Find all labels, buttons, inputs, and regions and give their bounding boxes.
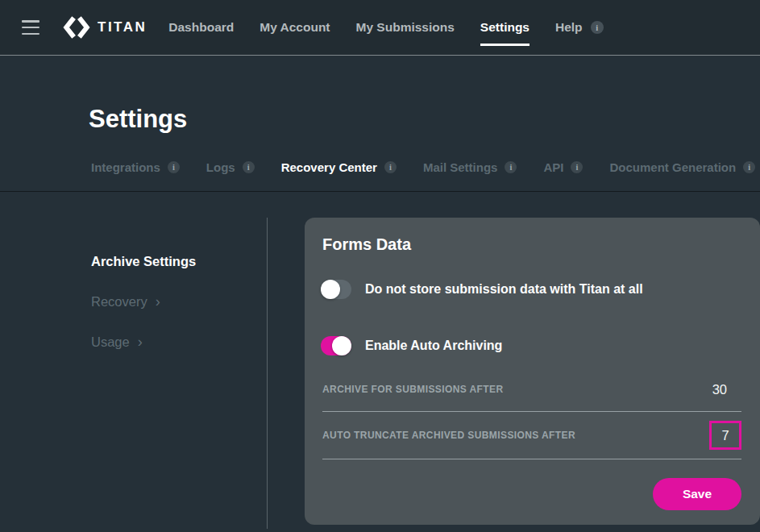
tab-mail-settings[interactable]: Mail Settings i (423, 160, 517, 174)
archive-after-value[interactable]: 30 (712, 382, 741, 397)
panel-title: Forms Data (322, 235, 411, 254)
chevron-right-icon: › (156, 295, 160, 308)
auto-archiving-toggle-label: Enable Auto Archiving (365, 339, 502, 353)
sidebar-item-recovery[interactable]: Recovery › (91, 293, 196, 310)
tab-integrations[interactable]: Integrations i (91, 160, 180, 174)
auto-truncate-label: AUTO TRUNCATE ARCHIVED SUBMISSIONS AFTER (322, 430, 575, 441)
info-icon[interactable]: i (505, 161, 517, 173)
info-icon[interactable]: i (168, 161, 180, 173)
brand-name: TITAN (98, 19, 147, 35)
sidebar-usage-label: Usage (91, 335, 130, 350)
sidebar-divider (267, 218, 268, 529)
nav-help[interactable]: Help i (555, 20, 604, 35)
brand-logo[interactable]: TITAN (63, 15, 147, 39)
nav-my-submissions[interactable]: My Submissions (356, 20, 455, 35)
info-icon[interactable]: i (571, 161, 583, 173)
no-store-toggle[interactable] (321, 280, 351, 299)
archive-after-label: ARCHIVE FOR SUBMISSIONS AFTER (322, 384, 504, 395)
no-store-toggle-label: Do not store submission data with Titan … (365, 282, 643, 297)
toggle-knob (321, 280, 340, 299)
header-divider (0, 191, 760, 192)
nav-help-label: Help (555, 20, 583, 35)
settings-tabs: Integrations i Logs i Recovery Center i … (91, 160, 760, 174)
toggle-knob (332, 336, 351, 355)
top-nav: TITAN Dashboard My Account My Submission… (0, 0, 760, 56)
tab-mail-settings-label: Mail Settings (423, 160, 498, 174)
nav-my-account[interactable]: My Account (260, 20, 330, 35)
tab-logs[interactable]: Logs i (206, 160, 255, 174)
auto-truncate-value-highlighted[interactable]: 7 (709, 421, 741, 450)
sidebar-item-archive-settings[interactable]: Archive Settings (91, 253, 196, 269)
tab-document-generation[interactable]: Document Generation i (609, 160, 755, 174)
save-button[interactable]: Save (653, 478, 741, 510)
tab-api-label: API (543, 160, 563, 174)
tab-logs-label: Logs (206, 160, 235, 174)
chevron-right-icon: › (138, 335, 143, 348)
auto-truncate-row: AUTO TRUNCATE ARCHIVED SUBMISSIONS AFTER… (322, 412, 741, 459)
archive-sidebar: Archive Settings Recovery › Usage › (91, 253, 196, 350)
tab-integrations-label: Integrations (91, 160, 160, 174)
sidebar-recovery-label: Recovery (91, 294, 147, 310)
info-icon[interactable]: i (243, 161, 255, 173)
tab-recovery-center[interactable]: Recovery Center i (281, 160, 397, 174)
info-icon[interactable]: i (384, 161, 397, 173)
tab-document-generation-label: Document Generation (609, 160, 736, 174)
info-icon[interactable]: i (743, 161, 755, 173)
sidebar-archive-settings-label: Archive Settings (91, 254, 196, 269)
auto-archiving-toggle[interactable] (321, 336, 351, 355)
nav-items: Dashboard My Account My Submissions Sett… (168, 20, 603, 35)
archive-after-row: ARCHIVE FOR SUBMISSIONS AFTER 30 (322, 368, 741, 412)
toggle-row-no-store: Do not store submission data with Titan … (321, 280, 643, 299)
forms-data-panel: Forms Data Do not store submission data … (305, 218, 760, 525)
nav-settings[interactable]: Settings (480, 20, 530, 35)
page-title: Settings (89, 105, 187, 134)
hamburger-menu-icon[interactable] (22, 20, 39, 35)
titan-logo-icon (63, 15, 90, 39)
tab-api[interactable]: API i (543, 160, 583, 174)
nav-dashboard[interactable]: Dashboard (168, 20, 234, 35)
sidebar-item-usage[interactable]: Usage › (91, 334, 196, 350)
toggle-row-auto-archiving: Enable Auto Archiving (321, 336, 502, 355)
info-icon[interactable]: i (591, 21, 604, 34)
tab-recovery-center-label: Recovery Center (281, 160, 377, 174)
